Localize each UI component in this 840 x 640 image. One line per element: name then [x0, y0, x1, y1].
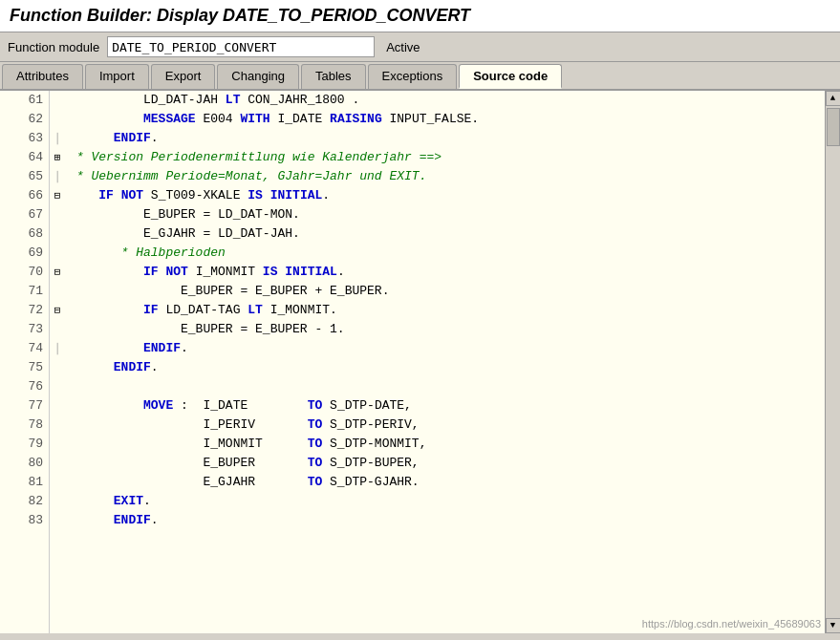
fold-cell — [50, 454, 65, 473]
fold-cell — [50, 473, 65, 492]
code-line: * Version Periodenermittlung wie Kalende… — [69, 148, 825, 167]
line-numbers: 6162636465666768697071727374757677787980… — [0, 91, 50, 633]
code-line: IF NOT S_T009-XKALE IS INITIAL. — [69, 186, 825, 205]
code-line: EXIT. — [69, 492, 825, 511]
line-number: 73 — [0, 320, 49, 339]
line-number: 74 — [0, 339, 49, 358]
code-line: ENDIF. — [69, 358, 825, 377]
line-number: 62 — [0, 110, 49, 129]
line-number: 63 — [0, 129, 49, 148]
code-line: ENDIF. — [69, 129, 825, 148]
code-line: E_BUPER = LD_DAT-MON. — [69, 205, 825, 224]
line-number: 67 — [0, 205, 49, 224]
line-number: 66 — [0, 186, 49, 205]
tab-tables[interactable]: Tables — [301, 64, 366, 89]
scroll-up-button[interactable]: ▲ — [826, 91, 841, 106]
fold-column: │⊞│⊟ ⊟⊟│ — [50, 91, 65, 633]
line-number: 83 — [0, 511, 49, 530]
code-line: E_BUPER TO S_DTP-BUPER, — [69, 454, 825, 473]
code-line: E_BUPER = E_BUPER - 1. — [69, 320, 825, 339]
fold-cell — [50, 224, 65, 244]
fold-cell — [50, 282, 65, 301]
line-number: 78 — [0, 416, 49, 435]
line-number: 68 — [0, 224, 49, 244]
fold-cell[interactable]: ⊟ — [50, 186, 65, 205]
page-title: Function Builder: Display DATE_TO_PERIOD… — [10, 6, 830, 26]
code-line — [69, 377, 825, 396]
tab-attributes[interactable]: Attributes — [2, 64, 83, 89]
tab-source-code[interactable]: Source code — [459, 64, 562, 89]
code-line: ENDIF. — [69, 339, 825, 358]
fold-cell — [50, 320, 65, 339]
code-line: E_GJAHR TO S_DTP-GJAHR. — [69, 473, 825, 492]
line-number: 81 — [0, 473, 49, 492]
line-number: 65 — [0, 167, 49, 186]
tabs-row: Attributes Import Export Changing Tables… — [0, 62, 840, 91]
fold-cell — [50, 511, 65, 530]
line-number: 72 — [0, 301, 49, 320]
fold-cell — [50, 91, 65, 110]
scroll-down-button[interactable]: ▼ — [826, 618, 841, 633]
title-bar: Function Builder: Display DATE_TO_PERIOD… — [0, 0, 840, 32]
code-line: MESSAGE E004 WITH I_DATE RAISING INPUT_F… — [69, 110, 825, 129]
fold-cell — [50, 244, 65, 263]
fold-cell: │ — [50, 339, 65, 358]
tab-import[interactable]: Import — [85, 64, 149, 89]
line-number: 76 — [0, 377, 49, 396]
line-number: 61 — [0, 91, 49, 110]
fold-cell: │ — [50, 129, 65, 148]
fold-cell — [50, 205, 65, 224]
line-number: 75 — [0, 358, 49, 377]
code-line: E_GJAHR = LD_DAT-JAH. — [69, 224, 825, 244]
tab-exceptions[interactable]: Exceptions — [368, 64, 458, 89]
function-module-label: Function module — [8, 40, 99, 54]
fold-cell — [50, 377, 65, 396]
line-number: 77 — [0, 396, 49, 416]
watermark: https://blog.csdn.net/weixin_45689063 — [642, 618, 821, 629]
scroll-thumb[interactable] — [827, 108, 840, 146]
code-lines: LD_DAT-JAH LT CON_JAHR_1800 . MESSAGE E0… — [65, 91, 825, 633]
code-line: I_PERIV TO S_DTP-PERIV, — [69, 416, 825, 435]
fold-cell — [50, 358, 65, 377]
code-area: 6162636465666768697071727374757677787980… — [0, 91, 840, 633]
code-line: E_BUPER = E_BUPER + E_BUPER. — [69, 282, 825, 301]
fold-cell[interactable]: ⊞ — [50, 148, 65, 167]
function-module-input[interactable] — [107, 36, 375, 57]
line-number: 82 — [0, 492, 49, 511]
code-line: I_MONMIT TO S_DTP-MONMIT, — [69, 435, 825, 454]
fold-cell — [50, 492, 65, 511]
line-number: 69 — [0, 244, 49, 263]
status-label: Active — [386, 40, 420, 54]
code-line: LD_DAT-JAH LT CON_JAHR_1800 . — [69, 91, 825, 110]
fold-cell[interactable]: ⊟ — [50, 263, 65, 282]
line-number: 64 — [0, 148, 49, 167]
fold-cell — [50, 110, 65, 129]
code-line: * Halbperioden — [69, 244, 825, 263]
fold-cell — [50, 416, 65, 435]
code-line: ENDIF. — [69, 511, 825, 530]
fold-cell: │ — [50, 167, 65, 186]
tab-changing[interactable]: Changing — [217, 64, 299, 89]
scrollbar-vertical[interactable]: ▲ ▼ — [825, 91, 840, 633]
code-line: MOVE : I_DATE TO S_DTP-DATE, — [69, 396, 825, 416]
fold-cell[interactable]: ⊟ — [50, 301, 65, 320]
line-number: 71 — [0, 282, 49, 301]
tab-export[interactable]: Export — [151, 64, 216, 89]
code-line: IF NOT I_MONMIT IS INITIAL. — [69, 263, 825, 282]
fold-cell — [50, 435, 65, 454]
code-line: IF LD_DAT-TAG LT I_MONMIT. — [69, 301, 825, 320]
code-line: * Uebernimm Periode=Monat, GJahr=Jahr un… — [69, 167, 825, 186]
line-number: 79 — [0, 435, 49, 454]
fold-cell — [50, 396, 65, 416]
function-row: Function module Active — [0, 32, 840, 62]
line-number: 70 — [0, 263, 49, 282]
line-number: 80 — [0, 454, 49, 473]
